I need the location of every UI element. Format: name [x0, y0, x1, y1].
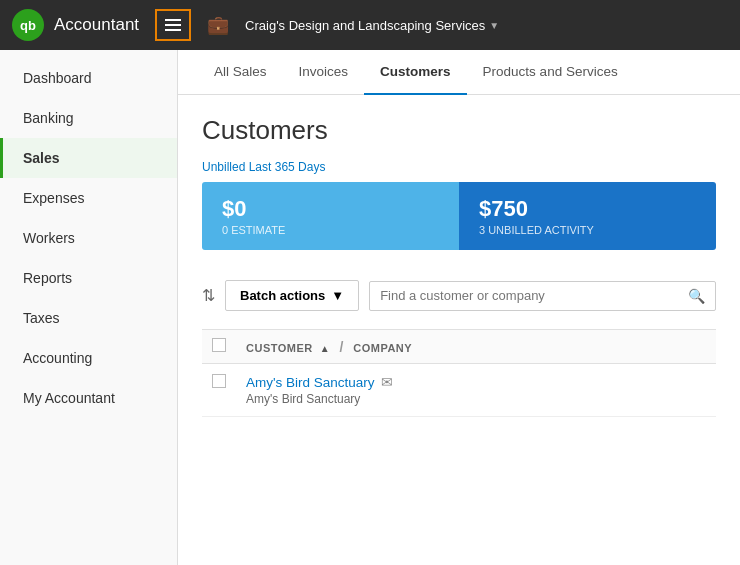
sidebar-item-sales[interactable]: Sales: [0, 138, 177, 178]
select-all-checkbox[interactable]: [212, 338, 226, 352]
logo: qb: [12, 9, 44, 41]
unbilled-label: Unbilled Last 365 Days: [202, 160, 716, 174]
hamburger-line: [165, 29, 181, 31]
search-icon[interactable]: 🔍: [688, 288, 705, 304]
customer-col-label: CUSTOMER: [246, 342, 313, 354]
col-header-checkbox: [202, 330, 236, 364]
sidebar-item-expenses[interactable]: Expenses: [0, 178, 177, 218]
sidebar: Dashboard Banking Sales Expenses Workers…: [0, 50, 178, 565]
company-name: Craig's Design and Landscaping Services: [245, 18, 485, 33]
sort-arrow-icon: ▲: [320, 343, 330, 354]
col-separator: /: [339, 339, 343, 355]
customer-name-link[interactable]: Amy's Bird Sanctuary: [246, 375, 375, 390]
stat-estimate-amount: $0: [222, 196, 439, 222]
sort-icon[interactable]: ⇅: [202, 286, 215, 305]
top-nav: qb Accountant 💼 Craig's Design and Lands…: [0, 0, 740, 50]
app-title: Accountant: [54, 15, 139, 35]
batch-actions-label: Batch actions: [240, 288, 325, 303]
sidebar-item-reports[interactable]: Reports: [0, 258, 177, 298]
row-checkbox-cell: [202, 364, 236, 417]
page-body: Customers Unbilled Last 365 Days $0 0 ES…: [178, 95, 740, 565]
sidebar-item-accounting[interactable]: Accounting: [0, 338, 177, 378]
tab-customers[interactable]: Customers: [364, 50, 467, 95]
chevron-down-icon: ▼: [489, 20, 499, 31]
briefcase-icon[interactable]: 💼: [207, 14, 229, 36]
main-layout: Dashboard Banking Sales Expenses Workers…: [0, 50, 740, 565]
col-header-customer[interactable]: CUSTOMER ▲ / COMPANY: [236, 330, 716, 364]
hamburger-line: [165, 19, 181, 21]
table-toolbar: ⇅ Batch actions ▼ 🔍: [202, 274, 716, 317]
sidebar-item-myaccountant[interactable]: My Accountant: [0, 378, 177, 418]
hamburger-button[interactable]: [155, 9, 191, 41]
row-checkbox[interactable]: [212, 374, 226, 388]
customer-cell: Amy's Bird Sanctuary ✉ Amy's Bird Sanctu…: [236, 364, 716, 417]
stat-unbilled-amount: $750: [479, 196, 696, 222]
search-box: 🔍: [369, 281, 716, 311]
email-icon[interactable]: ✉: [381, 374, 393, 390]
customer-company-text: Amy's Bird Sanctuary: [246, 392, 706, 406]
table-row: Amy's Bird Sanctuary ✉ Amy's Bird Sanctu…: [202, 364, 716, 417]
content-area: All Sales Invoices Customers Products an…: [178, 50, 740, 565]
stat-estimate[interactable]: $0 0 ESTIMATE: [202, 182, 459, 250]
tab-products-services[interactable]: Products and Services: [467, 50, 634, 95]
tab-bar: All Sales Invoices Customers Products an…: [178, 50, 740, 95]
sidebar-item-taxes[interactable]: Taxes: [0, 298, 177, 338]
stat-unbilled-desc: 3 UNBILLED ACTIVITY: [479, 224, 696, 236]
sidebar-item-banking[interactable]: Banking: [0, 98, 177, 138]
stats-bar: $0 0 ESTIMATE $750 3 UNBILLED ACTIVITY: [202, 182, 716, 250]
hamburger-line: [165, 24, 181, 26]
batch-actions-button[interactable]: Batch actions ▼: [225, 280, 359, 311]
stat-unbilled[interactable]: $750 3 UNBILLED ACTIVITY: [459, 182, 716, 250]
customer-table: CUSTOMER ▲ / COMPANY: [202, 329, 716, 417]
search-input[interactable]: [380, 288, 688, 303]
tab-all-sales[interactable]: All Sales: [198, 50, 283, 95]
chevron-down-icon: ▼: [331, 288, 344, 303]
page-title: Customers: [202, 115, 716, 146]
tab-invoices[interactable]: Invoices: [283, 50, 365, 95]
sidebar-item-dashboard[interactable]: Dashboard: [0, 58, 177, 98]
company-col-label: COMPANY: [353, 342, 412, 354]
sidebar-item-workers[interactable]: Workers: [0, 218, 177, 258]
company-selector[interactable]: Craig's Design and Landscaping Services …: [245, 18, 499, 33]
stat-estimate-desc: 0 ESTIMATE: [222, 224, 439, 236]
